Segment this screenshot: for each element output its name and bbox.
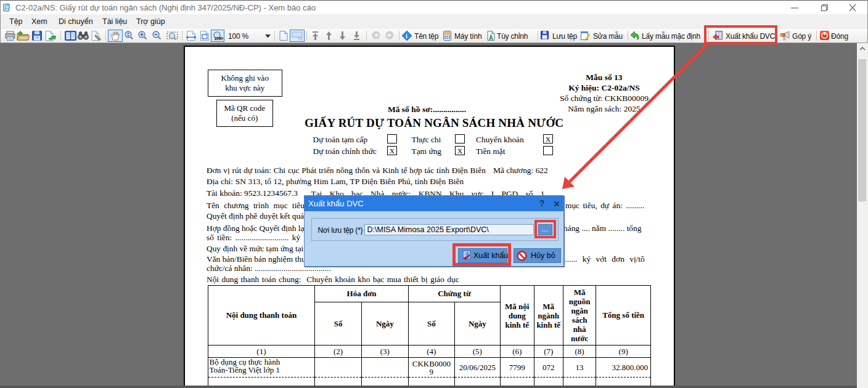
svg-text:i: i [406, 33, 407, 39]
svg-text:100%: 100% [215, 36, 224, 41]
